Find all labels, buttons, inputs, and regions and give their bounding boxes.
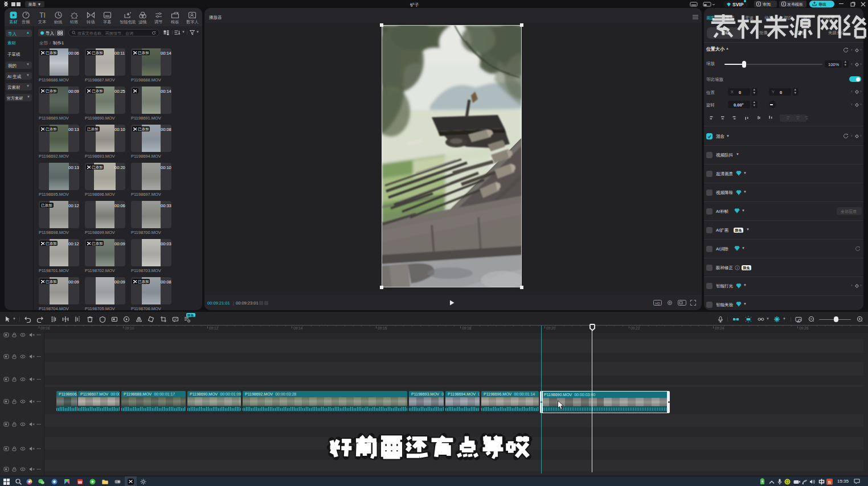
- svg-text:W: W: [78, 480, 83, 485]
- svg-text:HD: HD: [655, 302, 660, 305]
- svg-text:S: S: [828, 480, 832, 485]
- svg-text:TI: TI: [39, 11, 46, 19]
